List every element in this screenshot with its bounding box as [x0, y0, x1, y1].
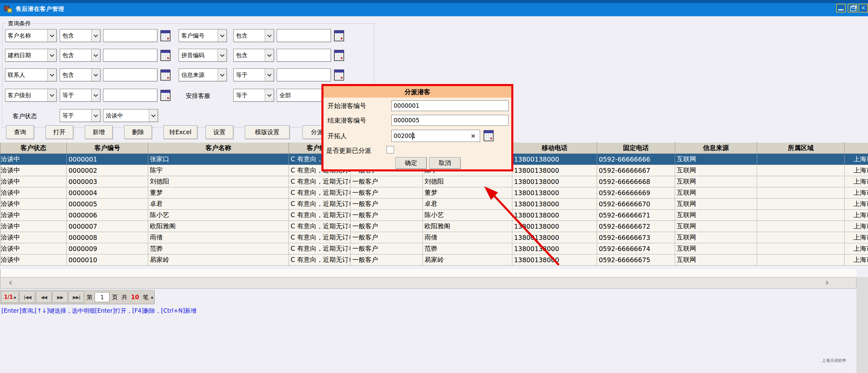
- minimize-button[interactable]: [836, 4, 846, 13]
- grid-header-cell[interactable]: 客户名称: [148, 143, 289, 154]
- cell-name: 陈小艺: [148, 210, 289, 221]
- prev-page-button[interactable]: ◀◀: [36, 291, 52, 303]
- operator-select-2r[interactable]: 包含: [233, 49, 274, 62]
- cell-mobile: 13800138000: [512, 232, 597, 243]
- calendar-icon[interactable]: [160, 30, 171, 41]
- lookup-calendar-icon[interactable]: [484, 130, 494, 141]
- operator-select-1r[interactable]: 包含: [233, 29, 274, 42]
- page-range-button[interactable]: 1/1▲: [1, 291, 19, 303]
- cell-source: 互联网: [675, 232, 757, 243]
- grid-header-cell[interactable]: 客户编号: [67, 143, 148, 154]
- grid-header-cell[interactable]: 移动电话: [512, 143, 597, 154]
- query-value-input-1l[interactable]: [103, 29, 157, 42]
- last-page-button[interactable]: ▶▶|: [69, 291, 84, 303]
- cell-mobile: 13800138000: [512, 187, 597, 199]
- cell-name: 张家口: [148, 154, 289, 165]
- delete-button[interactable]: 删除: [124, 125, 152, 139]
- operator-select-4r[interactable]: 等于: [233, 89, 274, 102]
- field-select-info-source[interactable]: 信息来源: [179, 68, 227, 81]
- cancel-button[interactable]: 取消: [429, 157, 460, 169]
- cell-type: 一般客户: [351, 221, 423, 232]
- operator-select-1l[interactable]: 包含: [60, 29, 100, 42]
- operator-select-3l[interactable]: 包含: [60, 68, 100, 81]
- cell-telephone: 0592-66666673: [597, 232, 675, 243]
- grid-header-cell[interactable]: 客户状态: [0, 143, 67, 154]
- cell-customer-no: 0000009: [67, 243, 148, 254]
- next-page-button[interactable]: ▶▶: [53, 291, 68, 303]
- table-row[interactable]: 洽谈中 0000010 易家岭 C 有意向，近期无订单 一般客户 易家岭 138…: [0, 254, 868, 266]
- horizontal-scrollbar[interactable]: ‹ ›: [0, 277, 856, 289]
- cell-mobile: 13800138000: [512, 210, 597, 221]
- scroll-left-icon[interactable]: ‹: [2, 277, 19, 288]
- table-row[interactable]: 洽谈中 0000005 卓君 C 有意向，近期无订单 一般客户 卓君 13800…: [0, 199, 868, 210]
- operator-select-4l[interactable]: 等于: [60, 89, 100, 102]
- calendar-icon[interactable]: [160, 69, 171, 81]
- query-value-input-2r[interactable]: [277, 49, 331, 62]
- calendar-icon[interactable]: [160, 90, 171, 101]
- maximize-restore-button[interactable]: [848, 4, 857, 13]
- calendar-icon[interactable]: [334, 50, 344, 61]
- update-assigned-checkbox[interactable]: [387, 146, 394, 153]
- settings-button[interactable]: 设置: [205, 125, 233, 139]
- cell-contact: 刘德阳: [423, 176, 512, 187]
- close-button[interactable]: ✕: [859, 4, 868, 13]
- field-select-customer-name[interactable]: 客户名称: [5, 29, 57, 42]
- cell-level: C 有意向，近期无订单: [289, 187, 351, 199]
- operator-select-5[interactable]: 等于: [60, 109, 100, 122]
- ok-button[interactable]: 确定: [395, 157, 427, 169]
- grid-header-cell[interactable]: 所属区域: [757, 143, 845, 154]
- query-value-input-1r[interactable]: [277, 29, 331, 42]
- query-value-input-4l[interactable]: [103, 89, 157, 102]
- developer-input[interactable]: [391, 130, 480, 142]
- grid-header-cell[interactable]: 信息来源: [675, 143, 757, 154]
- chevron-down-icon: [265, 69, 274, 81]
- table-row[interactable]: 洽谈中 0000008 雨倩 C 有意向，近期无订单 一般客户 雨倩 13800…: [0, 232, 868, 243]
- cell-contact: 易家岭: [423, 254, 512, 266]
- field-select-create-date[interactable]: 建档日期: [5, 49, 57, 62]
- table-row[interactable]: 洽谈中 0000009 范骅 C 有意向，近期无订单 一般客户 范骅 13800…: [0, 243, 868, 254]
- cell-level: C 有意向，近期无订单: [289, 243, 351, 254]
- template-settings-button[interactable]: 模版设置: [245, 125, 290, 139]
- cell-customer-no: 0000005: [67, 199, 148, 210]
- export-excel-button[interactable]: 转Excel: [163, 125, 197, 139]
- cell-type: 一般客户: [351, 232, 423, 243]
- query-value-input-3l[interactable]: [103, 68, 157, 81]
- calendar-icon[interactable]: [160, 50, 171, 61]
- table-row[interactable]: 洽谈中 0000003 刘德阳 C 有意向，近期无订单 一般客户 刘德阳 138…: [0, 176, 868, 187]
- table-row[interactable]: 洽谈中 0000007 欧阳雅阁 C 有意向，近期无订单 一般客户 欧阳雅阁 1…: [0, 221, 868, 232]
- scroll-right-icon[interactable]: ›: [818, 277, 836, 288]
- field-select-customer-no[interactable]: 客户编号: [179, 29, 227, 42]
- title-bar: 售后潜在客户管理 ✕: [0, 0, 868, 16]
- start-prospect-no-input[interactable]: [391, 100, 509, 111]
- cell-name: 欧阳雅阁: [148, 221, 289, 232]
- calendar-icon[interactable]: [334, 30, 344, 41]
- total-count: 10: [131, 294, 139, 301]
- clear-icon[interactable]: ✕: [471, 132, 476, 140]
- grid-header-cell[interactable]: 固定电话: [597, 143, 675, 154]
- cell-type: 一般客户: [351, 243, 423, 254]
- cell-contact: 董梦: [423, 187, 512, 199]
- field-select-contact[interactable]: 联系人: [5, 68, 57, 81]
- add-button[interactable]: 新增: [85, 125, 113, 139]
- field-select-pinyin-code[interactable]: 拼音编码: [179, 49, 227, 62]
- end-prospect-no-input[interactable]: [391, 115, 509, 126]
- cell-city: 上海市: [845, 199, 868, 210]
- query-value-input-3r[interactable]: [277, 68, 331, 81]
- calendar-icon[interactable]: [334, 69, 344, 81]
- table-row[interactable]: 洽谈中 0000004 董梦 C 有意向，近期无订单 一般客户 董梦 13800…: [0, 187, 868, 199]
- operator-select-2l[interactable]: 包含: [60, 49, 100, 62]
- cell-type: 一般客户: [351, 187, 423, 199]
- grid-header-cell[interactable]: [845, 143, 868, 154]
- page-number-input[interactable]: [95, 292, 110, 302]
- cell-name: 易家岭: [148, 254, 289, 266]
- field-select-customer-level[interactable]: 客户级别: [5, 89, 57, 102]
- query-button[interactable]: 查询: [6, 125, 34, 139]
- open-button[interactable]: 打开: [45, 125, 73, 139]
- operator-select-3r[interactable]: 等于: [233, 68, 274, 81]
- grid-empty-area: [0, 269, 856, 277]
- customer-status-select[interactable]: 洽谈中: [103, 109, 158, 122]
- query-value-input-2l[interactable]: [103, 49, 157, 62]
- first-page-button[interactable]: |◀◀: [20, 291, 35, 303]
- text-caret: [412, 132, 413, 140]
- table-row[interactable]: 洽谈中 0000006 陈小艺 C 有意向，近期无订单 一般客户 陈小艺 138…: [0, 210, 868, 221]
